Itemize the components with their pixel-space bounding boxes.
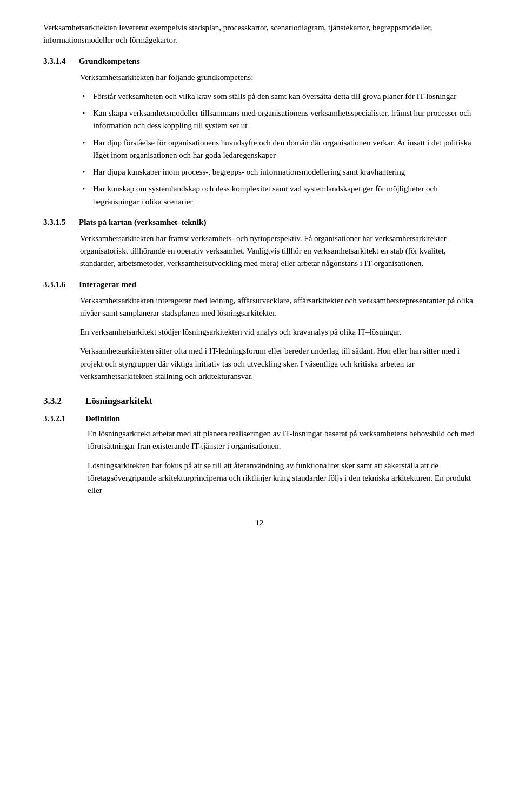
bullet-item-1: Förstår verksamheten och vilka krav som …	[82, 90, 476, 103]
section-3315-number: 3.3.1.5	[43, 218, 76, 227]
bullet-item-5: Har kunskap om systemlandskap och dess k…	[82, 183, 476, 208]
section-3314-number: 3.3.1.4	[43, 57, 76, 66]
section-3316-p3: Verksamhetsarkitekten sitter ofta med i …	[80, 345, 476, 383]
section-3321-title: Definition	[85, 414, 120, 423]
page-number-text: 12	[256, 518, 264, 527]
section-3315-title: Plats på kartan (verksamhet–teknik)	[79, 218, 206, 227]
section-3316-p1: Verksamhetsarkitekten interagerar med le…	[80, 295, 476, 320]
bullet-item-3: Har djup förståelse för organisationens …	[82, 137, 476, 162]
section-332-title: Lösningsarkitekt	[85, 396, 152, 407]
section-3316-heading: 3.3.1.6 Interagerar med	[43, 280, 476, 289]
page-content: Verksamhetsarkitekten levererar exempelv…	[0, 0, 519, 560]
section-3314-heading: 3.3.1.4 Grundkompetens	[43, 57, 476, 66]
section-3314-intro: Verksamhetsarkitekten har följande grund…	[80, 71, 476, 84]
grundkompetens-list: Förstår verksamheten och vilka krav som …	[82, 90, 476, 208]
section-332-heading: 3.3.2 Lösningsarkitekt	[43, 396, 476, 407]
section-3321-number: 3.3.2.1	[43, 414, 82, 423]
section-3315-p1: Verksamhetsarkitekten har främst verksam…	[80, 232, 476, 270]
section-3321-p2: Lösningsarkitekten har fokus på att se t…	[88, 460, 476, 497]
section-332-number: 3.3.2	[43, 396, 82, 407]
section-3315: 3.3.1.5 Plats på kartan (verksamhet–tekn…	[43, 218, 476, 270]
section-3314: 3.3.1.4 Grundkompetens Verksamhetsarkite…	[43, 57, 476, 208]
section-3314-title: Grundkompetens	[79, 57, 140, 66]
intro-paragraph: Verksamhetsarkitekten levererar exempelv…	[43, 22, 476, 47]
section-3316: 3.3.1.6 Interagerar med Verksamhetsarkit…	[43, 280, 476, 383]
section-3321-p1: En lösningsarkitekt arbetar med att plan…	[88, 428, 476, 453]
section-3321: 3.3.2.1 Definition En lösningsarkitekt a…	[43, 414, 476, 497]
section-3316-title: Interagerar med	[79, 280, 136, 289]
section-3315-heading: 3.3.1.5 Plats på kartan (verksamhet–tekn…	[43, 218, 476, 227]
section-3316-p2: En verksamhetsarkitekt stödjer lösningsa…	[80, 326, 476, 338]
bullet-item-2: Kan skapa verksamhetsmodeller tillsamman…	[82, 107, 476, 132]
bullet-item-4: Har djupa kunskaper inom process-, begre…	[82, 166, 476, 178]
section-3321-heading: 3.3.2.1 Definition	[43, 414, 476, 423]
section-3316-number: 3.3.1.6	[43, 280, 76, 289]
section-332: 3.3.2 Lösningsarkitekt 3.3.2.1 Definitio…	[43, 396, 476, 497]
page-number: 12	[43, 518, 476, 528]
